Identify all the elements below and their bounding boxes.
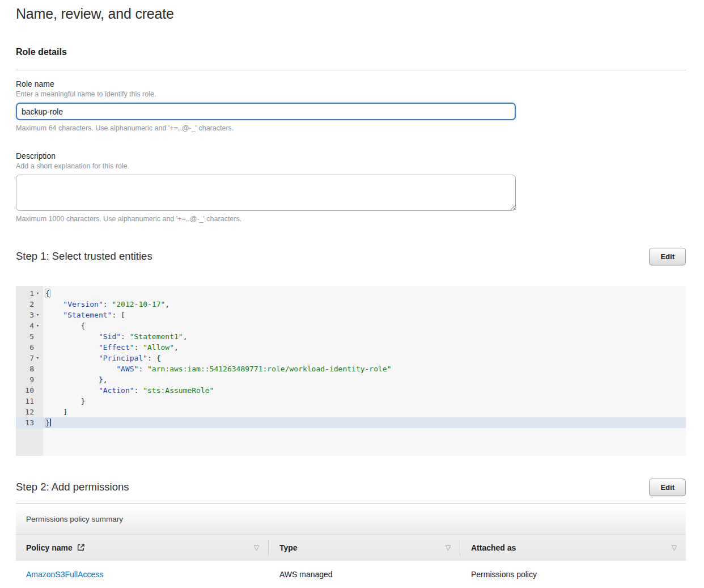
- line-number: 8: [16, 363, 43, 374]
- line-number: 9: [16, 374, 43, 385]
- code-line: 3▾ "Statement": [: [16, 310, 686, 320]
- role-name-help: Enter a meaningful name to identify this…: [16, 90, 686, 98]
- section-divider: [16, 70, 686, 70]
- column-header-type: Type▽: [268, 535, 460, 561]
- text-cursor: [50, 418, 52, 426]
- description-constraint: Maximum 1000 characters. Use alphanumeri…: [16, 215, 686, 223]
- line-number: 7▾: [16, 353, 43, 363]
- panel-title: Permissions policy summary: [26, 515, 123, 523]
- code-line: 9 },: [16, 374, 686, 385]
- step2-edit-button[interactable]: Edit: [649, 479, 686, 496]
- table-header: Policy name▽Type▽Attached as▽: [16, 535, 686, 561]
- trust-policy-editor[interactable]: 1▾{2 "Version": "2012-10-17",3▾ "Stateme…: [16, 286, 686, 456]
- fold-caret-icon[interactable]: ▾: [34, 310, 41, 320]
- column-label: Attached as: [471, 543, 516, 552]
- description-textarea[interactable]: [16, 175, 516, 211]
- line-number: 13: [16, 417, 43, 428]
- table-body: AmazonS3FullAccessAWS managedPermissions…: [16, 561, 686, 588]
- line-number: 1▾: [16, 288, 43, 299]
- code-line: 11 }: [16, 396, 686, 407]
- panel-header: Permissions policy summary: [16, 504, 686, 535]
- code-line: 4▾ {: [16, 320, 686, 331]
- code-line: 13}: [16, 417, 686, 428]
- policy-type-cell: AWS managed: [268, 570, 460, 579]
- step2-heading: Step 2: Add permissions: [16, 479, 129, 493]
- policy-name-link[interactable]: AmazonS3FullAccess: [26, 570, 103, 579]
- filter-icon[interactable]: ▽: [254, 544, 259, 552]
- line-number: 6: [16, 342, 43, 353]
- policy-table-row: AmazonS3FullAccessAWS managedPermissions…: [16, 561, 686, 588]
- permissions-policy-panel: Permissions policy summary Policy name▽T…: [16, 503, 686, 588]
- code-line: 10 "Action": "sts:AssumeRole": [16, 385, 686, 396]
- role-name-field: Role name Enter a meaningful name to ide…: [16, 79, 686, 132]
- page-title: Name, review, and create: [16, 6, 686, 22]
- line-number: 5: [16, 331, 43, 342]
- filter-icon[interactable]: ▽: [446, 544, 451, 552]
- code-line: 5 "Sid": "Statement1",: [16, 331, 686, 342]
- fold-caret-icon[interactable]: ▾: [34, 353, 41, 363]
- role-name-label: Role name: [16, 79, 686, 88]
- code-line: 2 "Version": "2012-10-17",: [16, 299, 686, 310]
- code-line: 7▾ "Principal": {: [16, 353, 686, 363]
- role-name-constraint: Maximum 64 characters. Use alphanumeric …: [16, 124, 686, 132]
- step1-header-row: Step 1: Select trusted entities Edit: [16, 248, 686, 265]
- step2-header-row: Step 2: Add permissions Edit: [16, 479, 686, 496]
- filter-icon[interactable]: ▽: [672, 544, 677, 552]
- column-header-policy-name: Policy name▽: [16, 535, 268, 561]
- code-line: 12 ]: [16, 407, 686, 417]
- step1-edit-button[interactable]: Edit: [649, 248, 686, 265]
- code-line: 1▾{: [16, 288, 686, 299]
- column-label: Type: [279, 543, 298, 552]
- description-field: Description Add a short explanation for …: [16, 151, 686, 223]
- line-number: 10: [16, 385, 43, 396]
- step1-heading: Step 1: Select trusted entities: [16, 248, 152, 263]
- code-lines: 1▾{2 "Version": "2012-10-17",3▾ "Stateme…: [16, 286, 686, 428]
- code-line: 8 "AWS": "arn:aws:iam::541263489771:role…: [16, 363, 686, 374]
- role-name-input[interactable]: [16, 103, 516, 120]
- fold-caret-icon[interactable]: ▾: [34, 320, 41, 331]
- attached-as-cell: Permissions policy: [460, 570, 686, 579]
- column-header-attached-as: Attached as▽: [460, 535, 686, 561]
- description-label: Description: [16, 151, 686, 160]
- fold-caret-icon[interactable]: ▾: [34, 288, 41, 299]
- line-number: 3▾: [16, 310, 43, 320]
- line-number: 2: [16, 299, 43, 310]
- role-details-heading: Role details: [16, 47, 686, 57]
- description-help: Add a short explanation for this role.: [16, 162, 686, 170]
- external-link-icon: [77, 543, 85, 552]
- code-line: 6 "Effect": "Allow",: [16, 342, 686, 353]
- line-number: 4▾: [16, 320, 43, 331]
- column-label: Policy name: [26, 543, 73, 552]
- line-number: 12: [16, 407, 43, 417]
- name-review-create-page: Name, review, and create Role details Ro…: [0, 0, 704, 588]
- line-number: 11: [16, 396, 43, 407]
